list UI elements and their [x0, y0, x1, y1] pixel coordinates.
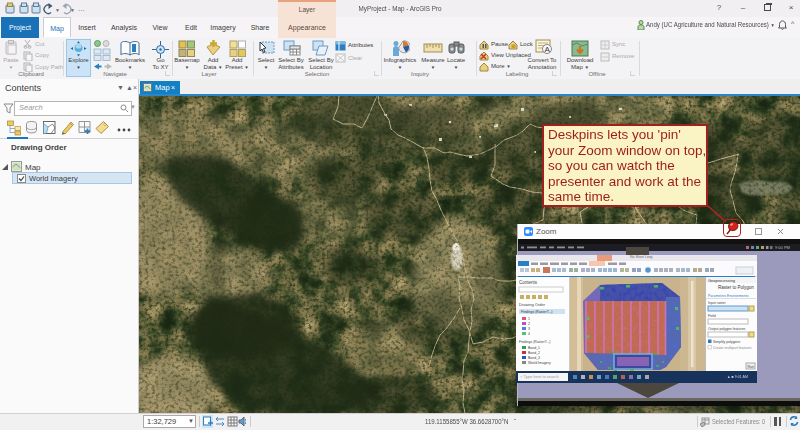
svg-text:Parameters Environments: Parameters Environments [708, 294, 749, 298]
svg-text:9:00 PM: 9:00 PM [775, 245, 790, 250]
svg-text:Findings (RasterT...): Findings (RasterT...) [521, 310, 553, 314]
svg-text:…: … [78, 5, 85, 12]
svg-text:Findings (RasterT...): Findings (RasterT...) [519, 340, 551, 344]
svg-text:Contents: Contents [519, 280, 538, 285]
svg-text:Output polygon features: Output polygon features [708, 327, 746, 331]
svg-text:Create multipart features: Create multipart features [713, 346, 752, 350]
svg-text:Drawing Order: Drawing Order [519, 302, 546, 307]
svg-text:Field: Field [708, 314, 716, 318]
svg-text:2: 2 [528, 322, 530, 326]
svg-text:World Imagery: World Imagery [528, 361, 551, 365]
svg-text:4: 4 [528, 332, 530, 336]
svg-text:Band_3: Band_3 [528, 356, 540, 360]
svg-text:A: A [545, 45, 551, 54]
svg-text:Input raster: Input raster [708, 301, 727, 305]
svg-text:Geoprocessing: Geoprocessing [708, 278, 735, 283]
svg-text:Band_2: Band_2 [528, 351, 540, 355]
svg-text:3: 3 [528, 327, 530, 331]
svg-text:Simplify polygons: Simplify polygons [713, 340, 740, 344]
svg-text:▼: ▼ [55, 7, 60, 13]
svg-text:Run: Run [748, 365, 754, 369]
svg-text:Raster to Polygon: Raster to Polygon [718, 285, 754, 290]
svg-text:1: 1 [528, 317, 530, 321]
svg-text:▼: ▼ [70, 7, 75, 13]
svg-text:Band_1: Band_1 [528, 346, 540, 350]
